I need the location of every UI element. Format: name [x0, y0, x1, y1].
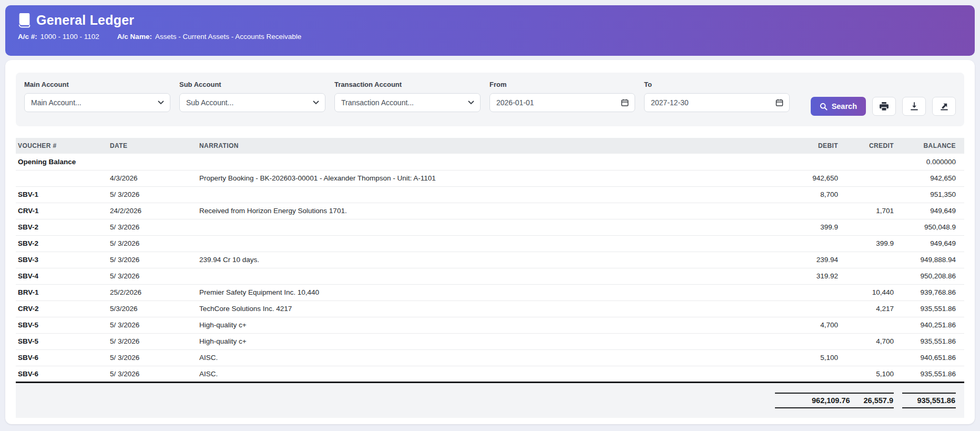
- cell-balance: 0.000000: [899, 154, 964, 170]
- cell-date: 4/3/2026: [108, 170, 197, 186]
- main-account-filter: Main Account Main Account...: [24, 81, 170, 126]
- book-icon: [18, 13, 31, 28]
- cell-debit: [773, 300, 846, 317]
- cell-debit: [773, 333, 846, 349]
- cell-narration: [197, 268, 773, 284]
- sub-account-filter: Sub Account Sub Account...: [179, 81, 325, 126]
- cell-narration: 239.94 Cr 10 days.: [197, 252, 773, 268]
- printer-icon: [879, 102, 889, 111]
- ledger-rows: Opening Balance 0.000000 4/3/2026 Proper…: [16, 154, 964, 382]
- transaction-account-label: Transaction Account: [334, 81, 481, 88]
- cell-credit: [846, 170, 899, 186]
- from-date-input[interactable]: [489, 93, 635, 112]
- search-button[interactable]: Search: [811, 97, 866, 116]
- cell-narration: TechCore Solutions Inc. 4217: [197, 300, 773, 317]
- cell-date: 5/3/2026: [108, 300, 197, 317]
- cell-balance: 935,551.86: [899, 300, 964, 317]
- cell-narration: High-quality c+: [197, 317, 773, 333]
- cell-date: 5/ 3/2026: [108, 252, 197, 268]
- cell-date: 5/ 3/2026: [108, 366, 197, 382]
- cell-narration: AISC.: [197, 349, 773, 366]
- filter-panel: Main Account Main Account... Sub Account…: [16, 73, 964, 126]
- table-row: CRV-1 24/2/2026 Received from Horizon En…: [16, 203, 964, 219]
- download-icon: [910, 102, 919, 111]
- cell-credit: 5,100: [846, 366, 899, 382]
- column-header-date: DATE: [108, 138, 197, 154]
- table-row: 4/3/2026 Property Booking - BK-202603-00…: [16, 170, 964, 186]
- cell-debit: [773, 284, 846, 300]
- main-account-label: Main Account: [24, 81, 170, 88]
- page-header-banner: General Ledger A/c #: 1000 - 1100 - 1102…: [5, 5, 975, 56]
- cell-balance: 935,551.86: [899, 333, 964, 349]
- cell-voucher: SBV-2: [16, 235, 108, 252]
- table-row: SBV-2 5/ 3/2026 399.9 950,048.9: [16, 219, 964, 235]
- to-date-input[interactable]: [644, 93, 790, 112]
- cell-debit: 239.94: [773, 252, 846, 268]
- cell-debit: 319.92: [773, 268, 846, 284]
- total-credit-cell: 26,557.9: [846, 382, 899, 418]
- table-row: CRV-2 5/3/2026 TechCore Solutions Inc. 4…: [16, 300, 964, 317]
- cell-debit: [773, 366, 846, 382]
- cell-narration: [197, 186, 773, 203]
- cell-date: [108, 154, 197, 170]
- cell-balance: 935,551.86: [899, 366, 964, 382]
- cell-credit: 10,440: [846, 284, 899, 300]
- cell-balance: 950,048.9: [899, 219, 964, 235]
- cell-date: 5/ 3/2026: [108, 268, 197, 284]
- table-row: BRV-1 25/2/2026 Premier Safety Equipment…: [16, 284, 964, 300]
- cell-voucher: SBV-6: [16, 349, 108, 366]
- total-balance: 935,551.86: [902, 393, 956, 408]
- account-info-line: A/c #: 1000 - 1100 - 1102 A/c Name: Asse…: [18, 33, 962, 41]
- cell-date: 25/2/2026: [108, 284, 197, 300]
- ledger-table: VOUCHER # DATE NARRATION DEBIT CREDIT BA…: [16, 138, 964, 418]
- to-date-label: To: [644, 81, 790, 88]
- download-button[interactable]: [902, 97, 926, 116]
- main-account-select[interactable]: Main Account...: [24, 93, 170, 112]
- transaction-account-filter: Transaction Account Transaction Account.…: [334, 81, 481, 126]
- table-row: SBV-5 5/ 3/2026 High-quality c+ 4,700 93…: [16, 333, 964, 349]
- cell-debit: 399.9: [773, 219, 846, 235]
- cell-voucher: SBV-2: [16, 219, 108, 235]
- total-debit: 962,109.76: [775, 393, 851, 408]
- search-icon: [820, 103, 828, 111]
- cell-debit: 4,700: [773, 317, 846, 333]
- cell-date: 5/ 3/2026: [108, 333, 197, 349]
- cell-narration: [197, 154, 773, 170]
- cell-voucher: BRV-1: [16, 284, 108, 300]
- ledger-card: Main Account Main Account... Sub Account…: [5, 60, 975, 424]
- total-balance-cell: 935,551.86: [899, 382, 964, 418]
- filter-actions: Search: [811, 97, 956, 116]
- column-header-debit: DEBIT: [773, 138, 846, 154]
- transaction-account-select[interactable]: Transaction Account...: [334, 93, 481, 112]
- total-debit-cell: 962,109.76: [773, 382, 846, 418]
- cell-voucher: SBV-4: [16, 268, 108, 284]
- sub-account-select[interactable]: Sub Account...: [179, 93, 325, 112]
- cell-credit: [846, 317, 899, 333]
- to-date-filter: To: [644, 81, 790, 126]
- cell-narration: High-quality c+: [197, 333, 773, 349]
- cell-balance: 950,208.86: [899, 268, 964, 284]
- cell-narration: Received from Horizon Energy Solutions 1…: [197, 203, 773, 219]
- cell-voucher: CRV-1: [16, 203, 108, 219]
- cell-voucher: SBV-3: [16, 252, 108, 268]
- account-number-value: 1000 - 1100 - 1102: [40, 33, 99, 41]
- cell-credit: 399.9: [846, 235, 899, 252]
- sub-account-label: Sub Account: [179, 81, 325, 88]
- table-row: SBV-6 5/ 3/2026 AISC. 5,100 940,651.86: [16, 349, 964, 366]
- cell-balance: 939,768.86: [899, 284, 964, 300]
- ledger-table-area: VOUCHER # DATE NARRATION DEBIT CREDIT BA…: [16, 138, 964, 418]
- cell-credit: [846, 186, 899, 203]
- table-row: SBV-1 5/ 3/2026 8,700 951,350: [16, 186, 964, 203]
- total-credit: 26,557.9: [849, 393, 894, 408]
- print-button[interactable]: [872, 97, 896, 116]
- export-button[interactable]: [932, 97, 956, 116]
- table-row: SBV-2 5/ 3/2026 399.9 949,649: [16, 235, 964, 252]
- cell-date: 5/ 3/2026: [108, 219, 197, 235]
- from-date-label: From: [489, 81, 635, 88]
- account-name-value: Assets - Current Assets - Accounts Recei…: [155, 33, 301, 41]
- cell-voucher: SBV-5: [16, 317, 108, 333]
- cell-date: 24/2/2026: [108, 203, 197, 219]
- cell-balance: 942,650: [899, 170, 964, 186]
- cell-balance: 940,651.86: [899, 349, 964, 366]
- table-row: Opening Balance 0.000000: [16, 154, 964, 170]
